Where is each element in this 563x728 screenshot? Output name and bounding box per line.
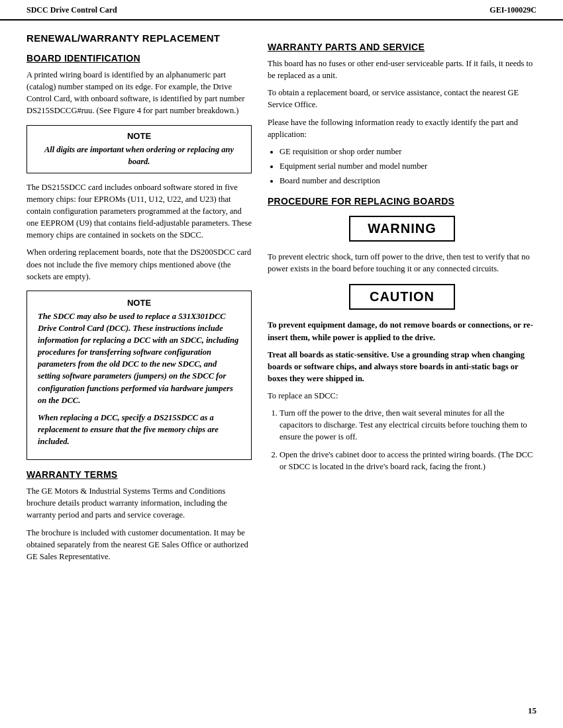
note-box-1: NOTE All digits are important when order… bbox=[26, 125, 252, 173]
warranty-terms-para2: The brochure is included with customer d… bbox=[26, 527, 252, 563]
caution-text1: To prevent equipment damage, do not remo… bbox=[268, 319, 537, 343]
procedure-steps: Turn off the power to the drive, then wa… bbox=[280, 407, 537, 473]
caution-label: CAUTION bbox=[370, 289, 435, 304]
warranty-parts-bullets: GE requisition or shop order number Equi… bbox=[280, 146, 537, 187]
header-right: GEI-100029C bbox=[489, 5, 537, 15]
board-id-para1: A printed wiring board is identified by … bbox=[26, 69, 252, 117]
content-area: RENEWAL/WARRANTY REPLACEMENT BOARD IDENT… bbox=[0, 21, 563, 568]
procedure-intro: To replace an SDCC: bbox=[268, 390, 537, 402]
bullet-item-1: GE requisition or shop order number bbox=[280, 146, 537, 158]
page-header: SDCC Drive Control Card GEI-100029C bbox=[0, 0, 563, 21]
note2-para1: The SDCC may also be used to replace a 5… bbox=[38, 310, 240, 406]
step-1: Turn off the power to the drive, then wa… bbox=[280, 407, 537, 443]
warning-box: WARNING bbox=[349, 216, 455, 242]
step-2: Open the drive's cabinet door to access … bbox=[280, 449, 537, 473]
right-column: WARRANTY PARTS AND SERVICE This board ha… bbox=[268, 32, 537, 568]
left-column: RENEWAL/WARRANTY REPLACEMENT BOARD IDENT… bbox=[26, 32, 252, 568]
note-box-2: NOTE The SDCC may also be used to replac… bbox=[26, 291, 252, 460]
procedure-title: PROCEDURE FOR REPLACING BOARDS bbox=[268, 196, 537, 206]
board-id-para3: When ordering replacement boards, note t… bbox=[26, 246, 252, 282]
main-title: RENEWAL/WARRANTY REPLACEMENT bbox=[26, 32, 252, 44]
warning-label: WARNING bbox=[368, 221, 436, 236]
board-id-para2: The DS215SDCC card includes onboard soft… bbox=[26, 181, 252, 242]
warranty-terms-title: WARRANTY TERMS bbox=[26, 469, 252, 480]
warranty-parts-title: WARRANTY PARTS AND SERVICE bbox=[268, 42, 537, 52]
warranty-terms-para1: The GE Motors & Industrial Systems Terms… bbox=[26, 485, 252, 521]
warranty-parts-para3: Please have the following information re… bbox=[268, 116, 537, 140]
warning-text: To prevent electric shock, turn off powe… bbox=[268, 251, 537, 275]
page-number: 15 bbox=[528, 705, 537, 715]
note1-title: NOTE bbox=[39, 131, 239, 141]
note1-content: All digits are important when ordering o… bbox=[39, 144, 239, 167]
header-left: SDCC Drive Control Card bbox=[26, 5, 117, 15]
note2-para2: When replacing a DCC, specify a DS215SDC… bbox=[38, 412, 240, 447]
bullet-item-3: Board number and description bbox=[280, 175, 537, 187]
page: SDCC Drive Control Card GEI-100029C RENE… bbox=[0, 0, 563, 728]
warranty-parts-para1: This board has no fuses or other end-use… bbox=[268, 58, 537, 81]
warranty-parts-para2: To obtain a replacement board, or servic… bbox=[268, 87, 537, 111]
board-id-title: BOARD IDENTIFICATION bbox=[26, 53, 252, 64]
page-footer: 15 bbox=[528, 705, 537, 716]
caution-text2: Treat all boards as static-sensitive. Us… bbox=[268, 349, 537, 385]
note2-title: NOTE bbox=[38, 298, 240, 308]
bullet-item-2: Equipment serial number and model number bbox=[280, 160, 537, 172]
caution-box: CAUTION bbox=[349, 284, 455, 310]
